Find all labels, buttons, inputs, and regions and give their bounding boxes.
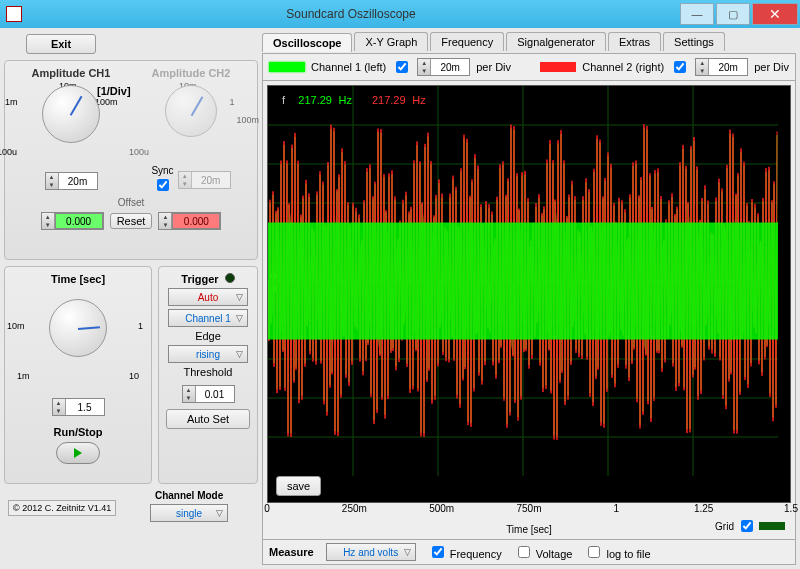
runstop-button[interactable] [56,442,100,464]
ch2-swatch-icon [540,62,576,72]
channel-mode-dropdown[interactable]: single▽ [150,504,228,522]
amplitude-panel: Amplitude CH1 10m 100m 1m 100u ▲▼ [4,60,258,260]
exit-button[interactable]: Exit [26,34,96,54]
x-axis-label: Time [sec] [506,524,552,535]
copyright-label: © 2012 C. Zeitnitz V1.41 [8,500,116,516]
offset-ch1-spinner[interactable]: ▲▼0.000 [41,212,104,230]
offset-label: Offset [11,197,251,208]
measure-units-dropdown[interactable]: Hz and volts▽ [326,543,416,561]
play-icon [74,448,82,458]
measure-volt-option[interactable]: Voltage [514,543,573,561]
offset-ch2-spinner[interactable]: ▲▼0.000 [158,212,221,230]
tab-signalgenerator[interactable]: Signalgenerator [506,32,606,51]
channel-bar: Channel 1 (left) ▲▼ per Div Channel 2 (r… [262,53,796,80]
grid-label: Grid [715,521,734,532]
time-value[interactable]: ▲▼ [52,398,105,416]
amp-ch2-value: ▲▼ [178,171,231,189]
amp-ch1-value[interactable]: ▲▼ [45,172,98,190]
channel-mode-label: Channel Mode [124,490,254,501]
measure-label: Measure [269,546,314,558]
time-panel: Time [sec] 100m 10m 1 1m 10 ▲▼ Run/Stop [4,266,152,484]
autoset-button[interactable]: Auto Set [166,409,250,429]
ch1-label: Channel 1 (left) [311,61,386,73]
scope-display: f 217.29 Hz 217.29 Hz save [267,85,791,503]
ch2-div-value[interactable]: ▲▼ [695,58,748,76]
tab-frequency[interactable]: Frequency [430,32,504,51]
sync-label: Sync [151,165,173,176]
threshold-label: Threshold [165,366,251,378]
save-button[interactable]: save [276,476,321,496]
tab-settings[interactable]: Settings [663,32,725,51]
tab-extras[interactable]: Extras [608,32,661,51]
runstop-label: Run/Stop [11,426,145,438]
app-icon [6,6,22,22]
time-label: Time [sec] [11,273,145,285]
x-axis: 0250m500m750m11.251.5 Time [sec] Grid [267,503,791,535]
maximize-button[interactable]: ▢ [716,3,750,25]
tab-bar: Oscilloscope X-Y Graph Frequency Signalg… [262,32,796,51]
amp-ch2-knob [165,85,217,137]
tab-oscilloscope[interactable]: Oscilloscope [262,33,352,52]
measure-log-option[interactable]: log to file [584,543,650,561]
window-title: Soundcard Oszilloscope [22,7,680,21]
grid-checkbox[interactable] [741,520,753,532]
threshold-value[interactable]: ▲▼ [182,385,235,403]
amp-ch1-label: Amplitude CH1 [11,67,131,79]
ch1-checkbox[interactable] [396,61,408,73]
amp-ch1-knob[interactable] [42,85,100,143]
sync-checkbox[interactable] [157,179,169,191]
ch2-checkbox[interactable] [674,61,686,73]
time-knob[interactable] [49,299,107,357]
minimize-button[interactable]: — [680,3,714,25]
trigger-label: Trigger [165,273,251,285]
edge-label: Edge [165,330,251,342]
offset-reset-button[interactable]: Reset [110,213,153,229]
measure-bar: Measure Hz and volts▽ Frequency Voltage … [262,540,796,565]
trigger-mode-dropdown[interactable]: Auto▽ [168,288,248,306]
ch1-div-value[interactable]: ▲▼ [417,58,470,76]
close-button[interactable]: ✕ [752,3,798,25]
tab-xy-graph[interactable]: X-Y Graph [354,32,428,51]
measure-freq-option[interactable]: Frequency [428,543,502,561]
amp-unit-label: [1/Div] [97,85,131,97]
amp-ch2-label: Amplitude CH2 [131,67,251,79]
freq-readout: f 217.29 Hz 217.29 Hz [282,94,426,107]
grid-swatch-icon [759,522,785,530]
ch2-label: Channel 2 (right) [582,61,664,73]
trigger-panel: Trigger Auto▽ Channel 1▽ Edge rising▽ Th… [158,266,258,484]
ch1-swatch-icon [269,62,305,72]
trigger-led-icon [225,273,235,283]
trigger-edge-dropdown[interactable]: rising▽ [168,345,248,363]
trigger-channel-dropdown[interactable]: Channel 1▽ [168,309,248,327]
